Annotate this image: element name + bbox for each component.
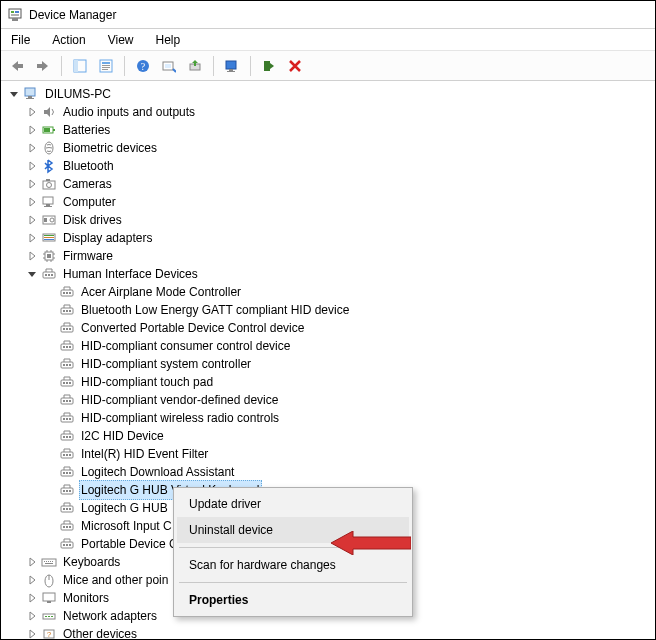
svg-rect-84	[69, 436, 71, 438]
svg-rect-114	[52, 561, 53, 562]
svg-rect-109	[42, 559, 56, 566]
tree-category[interactable]: Batteries	[7, 121, 655, 139]
tree-category[interactable]: Firmware	[7, 247, 655, 265]
svg-rect-66	[63, 364, 65, 366]
tree-category[interactable]: Computer	[7, 193, 655, 211]
svg-rect-63	[66, 346, 68, 348]
svg-rect-62	[63, 346, 65, 348]
expander-icon[interactable]	[25, 159, 39, 173]
other-icon: ?	[41, 626, 57, 639]
svg-rect-102	[63, 526, 65, 528]
expander-icon[interactable]	[25, 177, 39, 191]
svg-rect-92	[69, 472, 71, 474]
expander-icon[interactable]	[25, 591, 39, 605]
tree-root[interactable]: DILUMS-PC	[7, 85, 655, 103]
expander-icon[interactable]	[25, 195, 39, 209]
tree-category[interactable]: Disk drives	[7, 211, 655, 229]
expander-icon[interactable]	[25, 609, 39, 623]
expander-icon[interactable]	[25, 627, 39, 639]
tree-device[interactable]: HID-compliant touch pad	[7, 373, 655, 391]
expander-icon[interactable]	[25, 231, 39, 245]
scan-hardware-button[interactable]	[157, 54, 181, 78]
tree-device[interactable]: HID-compliant consumer control device	[7, 337, 655, 355]
context-scan-hardware[interactable]: Scan for hardware changes	[177, 552, 409, 578]
expander-icon[interactable]	[25, 123, 39, 137]
menu-file[interactable]: File	[7, 31, 34, 49]
tree-device[interactable]: Logitech Download Assistant	[7, 463, 655, 481]
tree-category[interactable]: Audio inputs and outputs	[7, 103, 655, 121]
svg-rect-52	[69, 292, 71, 294]
tree-device[interactable]: Converted Portable Device Control device	[7, 319, 655, 337]
svg-rect-10	[102, 62, 110, 64]
tree-category[interactable]: Display adapters	[7, 229, 655, 247]
svg-rect-80	[69, 418, 71, 420]
disk-icon	[41, 212, 57, 228]
monitor-icon	[41, 590, 57, 606]
menu-help[interactable]: Help	[152, 31, 185, 49]
context-uninstall-device[interactable]: Uninstall device	[177, 517, 409, 543]
tree-category[interactable]: Cameras	[7, 175, 655, 193]
expander-icon[interactable]	[25, 267, 39, 281]
enable-device-button[interactable]	[257, 54, 281, 78]
tree-device[interactable]: Acer Airplane Mode Controller	[7, 283, 655, 301]
tree-node-label: Cameras	[61, 175, 114, 193]
expander-icon[interactable]	[25, 555, 39, 569]
context-update-driver[interactable]: Update driver	[177, 491, 409, 517]
svg-rect-121	[45, 616, 47, 617]
svg-rect-113	[50, 561, 51, 562]
bluetooth-icon	[41, 158, 57, 174]
svg-rect-115	[45, 563, 53, 564]
menu-view[interactable]: View	[104, 31, 138, 49]
tree-category[interactable]: ?Other devices	[7, 625, 655, 639]
tree-device[interactable]: Intel(R) HID Event Filter	[7, 445, 655, 463]
expander-icon[interactable]	[7, 87, 21, 101]
svg-rect-38	[44, 218, 47, 222]
tree-node-label: Intel(R) HID Event Filter	[79, 445, 210, 463]
tree-device[interactable]: HID-compliant vendor-defined device	[7, 391, 655, 409]
tree-node-label: Logitech Download Assistant	[79, 463, 236, 481]
expander-icon[interactable]	[25, 573, 39, 587]
svg-rect-123	[51, 616, 53, 617]
svg-rect-122	[48, 616, 50, 617]
chip-icon	[41, 248, 57, 264]
hid-icon	[59, 320, 75, 336]
context-properties[interactable]: Properties	[177, 587, 409, 613]
svg-rect-60	[69, 328, 71, 330]
expander-icon[interactable]	[25, 105, 39, 119]
expander-icon[interactable]	[25, 213, 39, 227]
svg-rect-106	[63, 544, 65, 546]
svg-rect-40	[44, 235, 54, 236]
svg-rect-90	[63, 472, 65, 474]
svg-rect-4	[12, 18, 18, 21]
tree-node-label: Biometric devices	[61, 139, 159, 157]
remote-computer-button[interactable]	[220, 54, 244, 78]
tree-category[interactable]: Bluetooth	[7, 157, 655, 175]
svg-rect-108	[69, 544, 71, 546]
tree-device[interactable]: I2C HID Device	[7, 427, 655, 445]
forward-button[interactable]	[31, 54, 55, 78]
expander-icon[interactable]	[25, 249, 39, 263]
device-tree-panel: DILUMS-PCAudio inputs and outputsBatteri…	[1, 81, 655, 639]
help-button[interactable]: ?	[131, 54, 155, 78]
tree-device[interactable]: Bluetooth Low Energy GATT compliant HID …	[7, 301, 655, 319]
uninstall-device-button[interactable]	[283, 54, 307, 78]
toolbar-separator	[61, 56, 62, 76]
svg-rect-107	[66, 544, 68, 546]
tree-device[interactable]: HID-compliant system controller	[7, 355, 655, 373]
expander-icon[interactable]	[25, 141, 39, 155]
tree-node-label: Display adapters	[61, 229, 154, 247]
tree-node-label: Keyboards	[61, 553, 122, 571]
svg-rect-23	[25, 88, 35, 96]
svg-text:?: ?	[47, 630, 52, 639]
svg-rect-86	[63, 454, 65, 456]
tree-node-label: Human Interface Devices	[61, 265, 200, 283]
update-driver-button[interactable]	[183, 54, 207, 78]
show-hide-tree-button[interactable]	[68, 54, 92, 78]
tree-category[interactable]: Biometric devices	[7, 139, 655, 157]
menubar: File Action View Help	[1, 29, 655, 51]
menu-action[interactable]: Action	[48, 31, 89, 49]
tree-device[interactable]: HID-compliant wireless radio controls	[7, 409, 655, 427]
back-button[interactable]	[5, 54, 29, 78]
tree-category[interactable]: Human Interface Devices	[7, 265, 655, 283]
properties-button[interactable]	[94, 54, 118, 78]
